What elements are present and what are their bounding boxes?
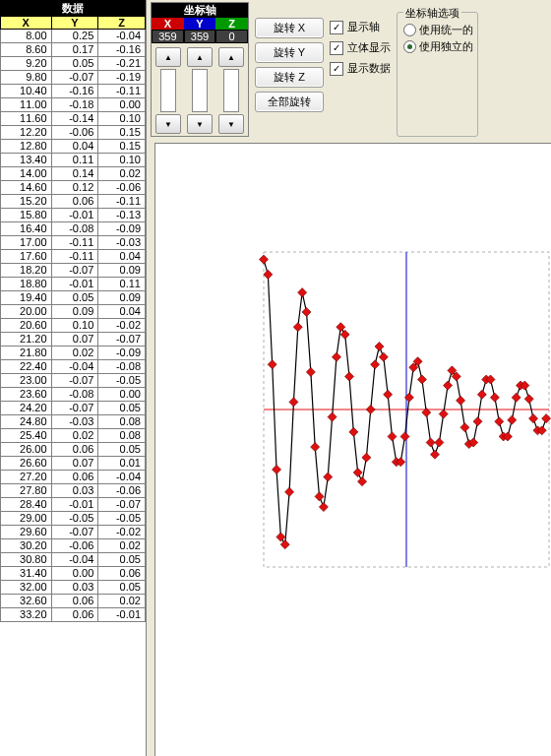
spinner-x-up-icon[interactable]: ▲ (155, 47, 181, 67)
table-row: 27.800.03-0.06 (1, 484, 146, 498)
table-row: 28.40-0.01-0.07 (1, 498, 146, 512)
axis-header-x: X (152, 18, 184, 30)
rotate-all-button[interactable]: 全部旋转 (255, 92, 324, 112)
table-row: 18.20-0.070.09 (1, 264, 146, 278)
table-row: 26.600.070.01 (1, 457, 146, 471)
table-row: 14.600.12-0.06 (1, 181, 146, 195)
independent-radio[interactable] (403, 40, 416, 53)
axis-header-z: Z (215, 18, 248, 30)
svg-rect-22 (340, 330, 349, 339)
table-row: 23.60-0.080.00 (1, 388, 146, 402)
table-row: 24.80-0.030.08 (1, 415, 146, 429)
table-row: 23.00-0.07-0.05 (1, 374, 146, 388)
table-row: 25.400.020.08 (1, 429, 146, 443)
svg-rect-19 (328, 412, 337, 421)
svg-rect-61 (508, 415, 517, 424)
spinner-z-track[interactable] (223, 69, 239, 112)
table-row: 14.000.140.02 (1, 167, 146, 181)
rotate-y-button[interactable]: 旋转 Y (255, 42, 324, 63)
plot-area (154, 143, 551, 756)
table-row: 31.400.000.06 (1, 567, 146, 581)
table-row: 8.600.17-0.16 (1, 43, 146, 57)
svg-rect-62 (512, 393, 520, 402)
col-header: X (1, 17, 52, 30)
rotate-x-button[interactable]: 旋转 X (255, 18, 324, 38)
table-row: 13.400.110.10 (1, 154, 146, 167)
svg-rect-24 (349, 427, 358, 436)
svg-rect-13 (302, 307, 311, 316)
table-row: 20.600.10-0.02 (1, 319, 146, 333)
table-row: 16.40-0.08-0.09 (1, 222, 146, 236)
table-row: 11.60-0.140.10 (1, 112, 146, 126)
axis-value-x: 359 (152, 30, 184, 43)
col-header: Z (98, 17, 146, 30)
svg-rect-40 (417, 375, 426, 384)
svg-rect-54 (477, 390, 486, 399)
table-row: 18.80-0.010.11 (1, 278, 146, 291)
svg-rect-49 (457, 396, 465, 405)
table-row: 32.000.030.05 (1, 581, 146, 595)
col-header: Y (51, 17, 98, 30)
spinner-z-up-icon[interactable]: ▲ (218, 47, 244, 67)
spinner-y-down-icon[interactable]: ▼ (187, 114, 213, 134)
table-row: 9.200.05-0.21 (1, 57, 146, 71)
axis-header-y: Y (184, 18, 216, 30)
svg-rect-3 (259, 255, 268, 264)
svg-rect-16 (315, 492, 324, 501)
unified-radio[interactable] (403, 24, 416, 36)
spinner-y-up-icon[interactable]: ▲ (187, 47, 213, 67)
svg-rect-28 (366, 405, 375, 413)
svg-rect-50 (460, 423, 469, 432)
show-data-label: 显示数据 (347, 61, 391, 76)
spinner-y[interactable]: ▲ ▼ (187, 47, 213, 134)
table-row: 17.00-0.11-0.03 (1, 236, 146, 250)
spinner-z-down-icon[interactable]: ▼ (218, 114, 244, 134)
svg-rect-33 (388, 432, 397, 441)
svg-rect-15 (311, 443, 320, 452)
group-title: 坐标轴选项 (403, 6, 461, 21)
spinner-z[interactable]: ▲ ▼ (218, 47, 244, 134)
table-row: 8.000.25-0.04 (1, 30, 146, 43)
controls-bar: 坐标轴 X Y Z 359 359 0 ▲ ▼ (147, 0, 551, 143)
svg-rect-58 (495, 417, 504, 426)
svg-rect-44 (435, 438, 444, 447)
table-row: 20.000.090.04 (1, 305, 146, 319)
table-row: 12.20-0.060.15 (1, 126, 146, 140)
svg-rect-66 (529, 414, 538, 423)
table-row: 22.40-0.04-0.08 (1, 360, 146, 374)
svg-rect-46 (444, 381, 453, 390)
svg-rect-29 (371, 360, 380, 369)
table-row: 12.800.040.15 (1, 140, 146, 154)
show-axis-checkbox[interactable]: ✓ (330, 21, 343, 34)
table-row: 27.200.06-0.04 (1, 471, 146, 484)
table-row: 10.40-0.16-0.11 (1, 85, 146, 98)
svg-rect-17 (319, 503, 328, 512)
table-row: 17.60-0.110.04 (1, 250, 146, 264)
plot-svg (155, 144, 551, 734)
svg-rect-18 (324, 472, 333, 481)
svg-rect-4 (264, 270, 273, 279)
svg-rect-31 (379, 352, 388, 361)
svg-rect-12 (298, 288, 307, 297)
svg-rect-6 (273, 465, 281, 473)
spinner-x-track[interactable] (160, 69, 176, 112)
svg-rect-32 (384, 390, 393, 399)
svg-rect-9 (285, 487, 294, 496)
svg-rect-26 (358, 477, 367, 486)
svg-rect-25 (353, 468, 362, 476)
spinner-x[interactable]: ▲ ▼ (155, 47, 181, 134)
svg-rect-7 (276, 533, 285, 541)
independent-label: 使用独立的 (419, 39, 473, 54)
svg-rect-11 (293, 323, 302, 332)
spinner-x-down-icon[interactable]: ▼ (155, 114, 181, 134)
show-axis-label: 显示轴 (347, 20, 380, 34)
rotate-z-button[interactable]: 旋转 Z (255, 67, 324, 88)
spinner-y-track[interactable] (192, 69, 208, 112)
svg-rect-53 (473, 417, 482, 426)
table-row: 9.80-0.07-0.19 (1, 71, 146, 85)
table-row: 24.20-0.070.05 (1, 402, 146, 415)
solid-checkbox[interactable]: ✓ (330, 41, 343, 55)
table-row: 32.600.060.02 (1, 595, 146, 608)
show-data-checkbox[interactable]: ✓ (330, 62, 343, 76)
table-row: 15.80-0.01-0.13 (1, 209, 146, 222)
